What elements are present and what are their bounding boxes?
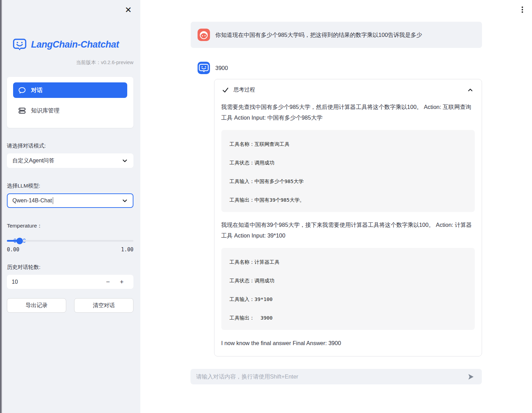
text-caret bbox=[53, 197, 53, 204]
brand: LangChain-Chatchat bbox=[12, 37, 133, 52]
history-rounds-input[interactable]: 10 − + bbox=[7, 275, 133, 289]
server-stack-icon bbox=[18, 107, 26, 115]
send-icon bbox=[467, 373, 475, 381]
check-icon bbox=[222, 87, 229, 93]
nav-item-knowledge-base-label: 知识库管理 bbox=[31, 107, 60, 114]
increment-button[interactable]: + bbox=[115, 275, 129, 289]
chat-bubble-icon bbox=[18, 86, 26, 94]
version-row: 当前版本：v0.2.6-preview bbox=[7, 59, 133, 66]
tool-status-line: 工具状态：调用成功 bbox=[230, 277, 466, 284]
tool-input-line: 工具输入：中国有多少个985大学 bbox=[230, 178, 466, 185]
user-message: 你知道现在中国有多少个985大学吗，把这得到的结果的数字乘以100告诉我是多少 bbox=[191, 22, 482, 48]
expander-header[interactable]: 思考过程 bbox=[214, 79, 482, 98]
chevron-down-icon bbox=[122, 158, 128, 164]
vertical-dots-icon bbox=[519, 6, 525, 13]
slider-minmax: 0.00 1.00 bbox=[7, 246, 133, 253]
user-message-text: 你知道现在中国有多少个985大学吗，把这得到的结果的数字乘以100告诉我是多少 bbox=[215, 29, 422, 41]
chevron-up-icon bbox=[467, 87, 473, 94]
sidebar: ✕ LangChain-Chatchat 当前版本：v0.2.6-preview bbox=[0, 0, 140, 413]
slider-track[interactable] bbox=[7, 240, 133, 242]
nav-item-dialog-label: 对话 bbox=[31, 87, 42, 94]
history-rounds-label: 历史对话轮数: bbox=[7, 264, 133, 271]
tool-name-line: 工具名称：互联网查询工具 bbox=[230, 141, 466, 148]
main-area: 你知道现在中国有多少个985大学吗，把这得到的结果的数字乘以100告诉我是多少 … bbox=[140, 0, 532, 413]
dialog-mode-value: 自定义Agent问答 bbox=[12, 157, 54, 164]
chatchat-logo-icon bbox=[12, 37, 27, 52]
dialog-mode-select[interactable]: 自定义Agent问答 bbox=[7, 153, 133, 168]
nav-card: 对话 知识库管理 bbox=[7, 77, 133, 128]
nav-item-dialog[interactable]: 对话 bbox=[13, 82, 127, 98]
export-records-button[interactable]: 导出记录 bbox=[7, 298, 66, 313]
thinking-process-expander: 思考过程 我需要先查找中国有多少个985大学，然后使用计算器工具将这个数字乘以1… bbox=[214, 79, 482, 356]
sidebar-close-button[interactable]: ✕ bbox=[122, 4, 134, 16]
temperature-label: Temperature： bbox=[7, 222, 133, 230]
chat-column: 你知道现在中国有多少个985大学吗，把这得到的结果的数字乘以100告诉我是多少 … bbox=[191, 0, 482, 356]
final-answer-text: I now know the final answer Final Answer… bbox=[221, 339, 475, 347]
tool-output-line: 工具输出：中国有39个985大学。 bbox=[230, 197, 466, 203]
expander-title: 思考过程 bbox=[234, 86, 255, 93]
thought-paragraph: 我需要先查找中国有多少个985大学，然后使用计算器工具将这个数字乘以100。 A… bbox=[221, 102, 475, 123]
tool-input-line: 工具输入：39*100 bbox=[230, 296, 466, 303]
app-window: ✕ LangChain-Chatchat 当前版本：v0.2.6-preview bbox=[0, 0, 532, 413]
chatchat-bot-icon bbox=[198, 62, 210, 74]
version-value: v0.2.6-preview bbox=[101, 60, 133, 65]
llm-model-value: Qwen-14B-Chat bbox=[12, 198, 52, 204]
decrement-button[interactable]: − bbox=[101, 275, 115, 289]
chevron-down-icon bbox=[122, 198, 128, 204]
brand-title: LangChain-Chatchat bbox=[31, 39, 119, 50]
nav-item-knowledge-base[interactable]: 知识库管理 bbox=[13, 103, 127, 118]
tool-output-line: 工具输出： 3900 bbox=[230, 314, 466, 321]
clear-dialog-button[interactable]: 清空对话 bbox=[74, 298, 133, 313]
temperature-slider: 0.10 0.00 1.00 bbox=[7, 240, 133, 253]
slider-thumb[interactable] bbox=[16, 238, 23, 244]
assistant-message: 3900 bbox=[191, 62, 482, 74]
llm-model-select[interactable]: Qwen-14B-Chat bbox=[7, 193, 133, 208]
window-edge-highlight bbox=[1, 0, 2, 413]
tool-status-line: 工具状态：调用成功 bbox=[230, 159, 466, 166]
send-button[interactable] bbox=[465, 371, 476, 382]
sidebar-actions: 导出记录 清空对话 bbox=[7, 298, 133, 313]
overflow-menu-button[interactable] bbox=[517, 4, 528, 15]
boy-face-icon bbox=[198, 29, 210, 41]
assistant-avatar bbox=[198, 62, 210, 74]
dialog-mode-label: 请选择对话模式: bbox=[7, 142, 133, 150]
expander-body: 我需要先查找中国有多少个985大学，然后使用计算器工具将这个数字乘以100。 A… bbox=[214, 98, 482, 356]
chat-input-bar bbox=[191, 369, 482, 384]
history-rounds-value: 10 bbox=[12, 279, 101, 285]
tool-call-block-2: 工具名称：计算器工具 工具状态：调用成功 工具输入：39*100 工具输出： 3… bbox=[221, 248, 475, 330]
llm-model-label: 选择LLM模型: bbox=[7, 182, 133, 190]
tool-name-line: 工具名称：计算器工具 bbox=[230, 259, 466, 265]
thought-paragraph: 我现在知道中国有39个985大学，接下来我需要使用计算器工具将这个数字乘以100… bbox=[221, 220, 475, 241]
slider-min-label: 0.00 bbox=[7, 246, 19, 253]
version-label: 当前版本： bbox=[76, 60, 101, 65]
chat-input[interactable] bbox=[196, 373, 465, 380]
slider-max-label: 1.00 bbox=[121, 246, 133, 253]
user-avatar bbox=[198, 29, 210, 41]
tool-call-block-1: 工具名称：互联网查询工具 工具状态：调用成功 工具输入：中国有多少个985大学 … bbox=[221, 130, 475, 212]
assistant-answer-text: 3900 bbox=[215, 62, 228, 74]
